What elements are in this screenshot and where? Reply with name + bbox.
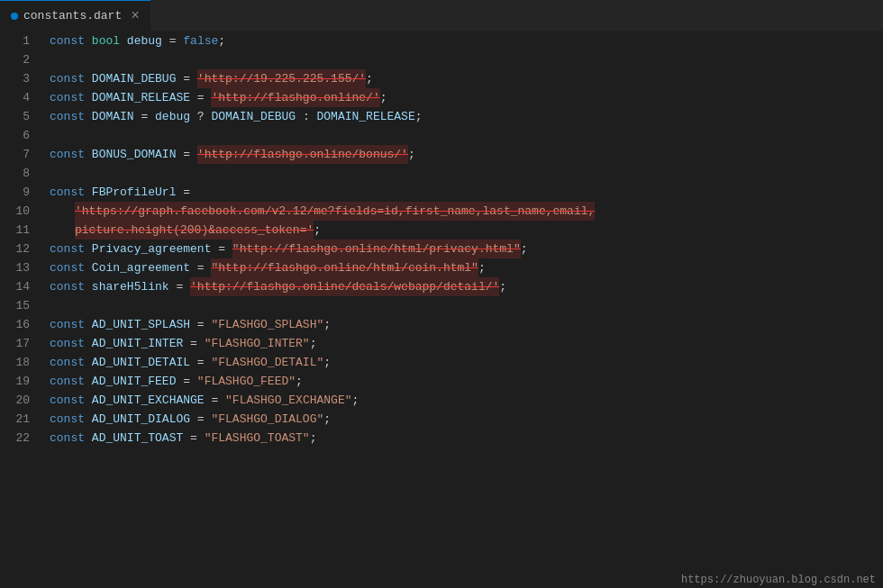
code-line-10: 'https://graph.facebook.com/v2.12/me?fie… — [50, 202, 883, 240]
code-line-14 — [50, 296, 883, 315]
code-line-4: const DOMAIN_RELEASE = 'http://flashgo.o… — [50, 88, 883, 107]
code-line-19: const AD_UNIT_EXCHANGE = "FLASHGO_EXCHAN… — [50, 391, 883, 410]
ln-21: 21 — [0, 410, 41, 429]
tab-filename: constants.dart — [23, 9, 122, 23]
ln-11: 11 — [0, 221, 41, 240]
code-line-22 — [50, 448, 883, 466]
line-numbers: 1 2 3 4 5 6 7 8 9 10 11 12 13 14 15 16 1… — [0, 32, 41, 588]
code-line-15: const AD_UNIT_SPLASH = "FLASHGO_SPLASH"; — [50, 315, 883, 334]
status-bar-url: https://zhuoyuan.blog.csdn.net — [674, 572, 883, 588]
ln-3: 3 — [0, 69, 41, 88]
ln-15: 15 — [0, 296, 41, 315]
code-line-1: const bool debug = false; — [50, 32, 883, 50]
code-line-5: const DOMAIN = debug ? DOMAIN_DEBUG : DO… — [50, 107, 883, 126]
ln-5: 5 — [0, 107, 41, 126]
tab-icon — [11, 13, 18, 20]
code-line-16: const AD_UNIT_INTER = "FLASHGO_INTER"; — [50, 334, 883, 353]
code-line-9: const FBProfileUrl = — [50, 183, 883, 202]
code-line-2 — [50, 50, 883, 69]
code-line-6 — [50, 126, 883, 145]
ln-22: 22 — [0, 429, 41, 448]
code-line-17: const AD_UNIT_DETAIL = "FLASHGO_DETAIL"; — [50, 353, 883, 372]
code-line-8 — [50, 164, 883, 183]
ln-13: 13 — [0, 258, 41, 277]
ln-2: 2 — [0, 50, 41, 69]
code-line-13: const shareH5link = 'http://flashgo.onli… — [50, 277, 883, 296]
code-line-7: const BONUS_DOMAIN = 'http://flashgo.onl… — [50, 145, 883, 164]
ln-16: 16 — [0, 315, 41, 334]
editor: 1 2 3 4 5 6 7 8 9 10 11 12 13 14 15 16 1… — [0, 32, 883, 588]
code-line-12: const Coin_agreement = "http://flashgo.o… — [50, 258, 883, 277]
ln-12: 12 — [0, 240, 41, 258]
ln-7: 7 — [0, 145, 41, 164]
ln-17: 17 — [0, 334, 41, 353]
code-line-11: const Privacy_agreement = "http://flashg… — [50, 240, 883, 258]
ln-18: 18 — [0, 353, 41, 372]
code-line-18: const AD_UNIT_FEED = "FLASHGO_FEED"; — [50, 372, 883, 391]
code-line-20: const AD_UNIT_DIALOG = "FLASHGO_DIALOG"; — [50, 410, 883, 429]
tab-constants-dart[interactable]: constants.dart × — [0, 0, 150, 32]
ln-1: 1 — [0, 32, 41, 50]
ln-8: 8 — [0, 164, 41, 183]
ln-4: 4 — [0, 88, 41, 107]
ln-6: 6 — [0, 126, 41, 145]
code-line-3: const DOMAIN_DEBUG = 'http://19.225.225.… — [50, 69, 883, 88]
tab-bar: constants.dart × — [0, 0, 883, 32]
ln-14: 14 — [0, 277, 41, 296]
code-area: const bool debug = false; const DOMAIN_D… — [41, 32, 883, 588]
code-line-21: const AD_UNIT_TOAST = "FLASHGO_TOAST"; — [50, 429, 883, 448]
ln-10: 10 — [0, 202, 41, 221]
ln-19: 19 — [0, 372, 41, 391]
ln-9: 9 — [0, 183, 41, 202]
tab-close-button[interactable]: × — [131, 8, 140, 24]
ln-20: 20 — [0, 391, 41, 410]
